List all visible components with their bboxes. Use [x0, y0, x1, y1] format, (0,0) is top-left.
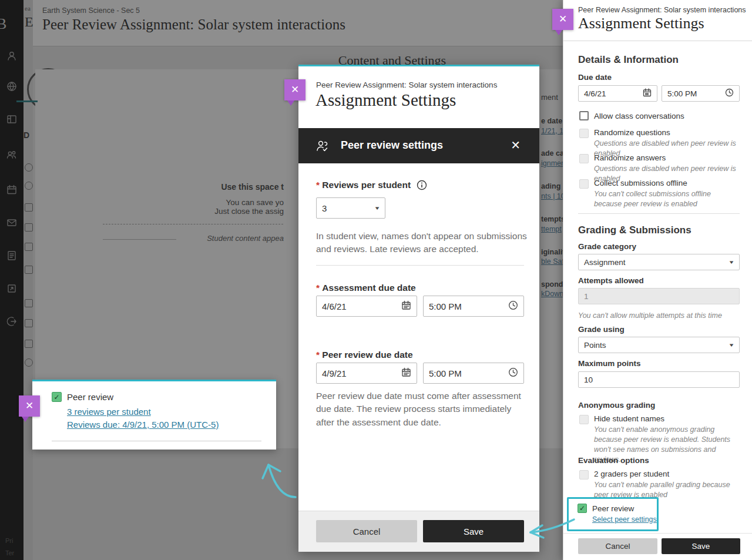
- clock-icon: [725, 88, 734, 99]
- chevron-down-icon: ▼: [728, 343, 734, 348]
- calendar-icon: [401, 367, 411, 379]
- clock-icon: [508, 367, 518, 379]
- two-graders-label: 2 graders per student: [594, 470, 669, 478]
- peer-review-settings-bar: Peer review settings ✕: [298, 128, 539, 163]
- allow-conversations-checkbox[interactable]: [579, 111, 589, 120]
- bg-rf-label: e date: [541, 117, 562, 125]
- peer-review-callout: ✕ ✓ Peer review 3 reviews per student Re…: [32, 380, 276, 450]
- modal-title: Assignment Settings: [315, 90, 456, 110]
- bg-fragment-student-content: Student content appea: [166, 234, 284, 243]
- close-icon: ✕: [559, 14, 567, 25]
- assessment-due-label: * Assessment due date: [316, 283, 416, 293]
- peer-review-settings-modal: ✕ Peer Review Assignment: Solar system i…: [298, 65, 539, 551]
- bg-rf-link: ignmen: [541, 159, 565, 167]
- panel-footer-divider: [563, 533, 752, 534]
- hide-names-checkbox: [579, 415, 589, 424]
- calendar-icon[interactable]: [6, 185, 17, 195]
- sidebar-footer-link[interactable]: Pri: [5, 537, 13, 544]
- info-icon[interactable]: [417, 180, 427, 193]
- reviews-due-link[interactable]: Reviews due: 4/9/21, 5:00 PM (UTC-5): [67, 420, 219, 430]
- due-time-field[interactable]: 5:00 PM: [662, 85, 740, 102]
- randomize-questions-label: Randomize questions: [594, 128, 670, 137]
- randomize-answers-label: Randomize answers: [594, 153, 666, 162]
- dashed-divider: [103, 224, 283, 224]
- select-peer-settings-link[interactable]: Select peer settings: [592, 515, 657, 524]
- modal-context: Peer Review Assignment: Solar system int…: [316, 81, 497, 89]
- panel-close-tab[interactable]: ✕: [552, 9, 573, 30]
- tab-tail: [22, 417, 29, 422]
- rail-announce-icon: [25, 266, 33, 274]
- max-points-label: Maximum points: [578, 359, 641, 368]
- sidebar-footer-link[interactable]: Ter: [5, 549, 14, 556]
- bg-fragment-d: D: [24, 130, 29, 140]
- tab-tail: [287, 100, 294, 106]
- profile-icon[interactable]: [6, 51, 17, 61]
- reviews-per-student-link[interactable]: 3 reviews per student: [67, 407, 151, 417]
- modal-close-tab[interactable]: ✕: [284, 79, 306, 100]
- callout-peer-review-checkbox[interactable]: ✓: [52, 392, 62, 402]
- app-logo: B: [0, 15, 6, 33]
- panel-save-button[interactable]: Save: [662, 538, 740, 554]
- modal-bar-close-icon[interactable]: ✕: [511, 138, 521, 152]
- max-points-input[interactable]: 10: [578, 371, 740, 388]
- callout-close-tab[interactable]: ✕: [19, 395, 40, 417]
- calendar-icon: [401, 300, 411, 312]
- peer-due-note: Peer review due date must come after ass…: [316, 390, 529, 429]
- peer-date-field[interactable]: 4/9/21: [316, 363, 417, 384]
- app-sidebar: B Pri Ter: [0, 0, 24, 560]
- reviews-per-student-select[interactable]: 3 ▼: [316, 197, 385, 219]
- bg-rf-label: ading: [541, 182, 560, 190]
- callout-peer-review-label: Peer review: [67, 392, 113, 402]
- messages-icon[interactable]: [6, 217, 17, 228]
- globe-icon[interactable]: [6, 81, 17, 92]
- reviews-note: In student view, names don't appear on s…: [316, 230, 529, 256]
- groups-icon[interactable]: [6, 149, 17, 160]
- divider: [316, 265, 524, 266]
- grade-using-label: Grade using: [578, 325, 625, 334]
- peer-review-label: Peer review: [592, 504, 634, 513]
- rail-profile-icon: [25, 163, 33, 172]
- details-heading: Details & Information: [578, 54, 679, 66]
- panel-context: Peer Review Assignment: Solar system int…: [578, 6, 746, 14]
- modal-bar-title: Peer review settings: [341, 139, 443, 152]
- tab-tail: [555, 30, 562, 35]
- assignment-settings-panel: ✕ Peer Review Assignment: Solar system i…: [563, 0, 752, 560]
- bg-fragment-course: ea: [25, 5, 31, 12]
- panel-cancel-button[interactable]: Cancel: [578, 538, 657, 554]
- bg-rf-link: ttempt: [541, 225, 562, 233]
- allow-conversations-label: Allow class conversations: [594, 112, 684, 120]
- collect-offline-note: You can't collect submissions offline be…: [594, 189, 730, 209]
- divider: [563, 41, 752, 41]
- assessment-time-field[interactable]: 5:00 PM: [423, 296, 524, 317]
- peer-review-checkbox[interactable]: ✓: [578, 504, 587, 513]
- cancel-button[interactable]: Cancel: [316, 520, 417, 542]
- bg-rf-label: tempts: [541, 215, 565, 223]
- collect-offline-label: Collect submissions offline: [594, 179, 687, 187]
- bg-fragment-title-letter: E: [25, 14, 33, 30]
- chevron-down-icon: ▼: [728, 260, 734, 265]
- page-header: Earth System Science - Sec 5 Peer Review…: [33, 0, 564, 46]
- rail-brush-icon: [25, 340, 33, 348]
- bg-rf-link: ble Saf: [541, 257, 564, 266]
- assessment-date-field[interactable]: 4/6/21: [316, 296, 417, 317]
- bg-rf-link: kDown: [541, 290, 563, 298]
- gradebook-icon[interactable]: [6, 250, 17, 261]
- grade-using-select[interactable]: Points ▼: [578, 337, 740, 353]
- screen: ea E Earth System Science - Sec 5 Peer R…: [0, 0, 752, 560]
- peer-time-field[interactable]: 5:00 PM: [423, 363, 524, 384]
- grade-category-select[interactable]: Assignment ▼: [578, 254, 740, 270]
- signout-icon[interactable]: [6, 316, 17, 327]
- divider: [578, 213, 740, 214]
- rail-eye-icon: [25, 358, 33, 367]
- reviews-per-student-label: * Reviews per student: [316, 180, 427, 193]
- due-date-field[interactable]: 4/6/21: [578, 85, 657, 102]
- chevron-down-icon: ▼: [374, 206, 380, 211]
- activity-icon[interactable]: [6, 114, 17, 125]
- hide-names-label: Hide student names: [594, 414, 664, 423]
- breadcrumb-course: Earth System Science - Sec 5: [42, 6, 140, 15]
- close-icon: ✕: [25, 400, 33, 411]
- content-icon[interactable]: [6, 283, 17, 294]
- save-button[interactable]: Save: [423, 520, 524, 542]
- evaluation-heading: Evaluation options: [578, 456, 649, 465]
- bg-right-fragment-top: ment: [541, 93, 558, 102]
